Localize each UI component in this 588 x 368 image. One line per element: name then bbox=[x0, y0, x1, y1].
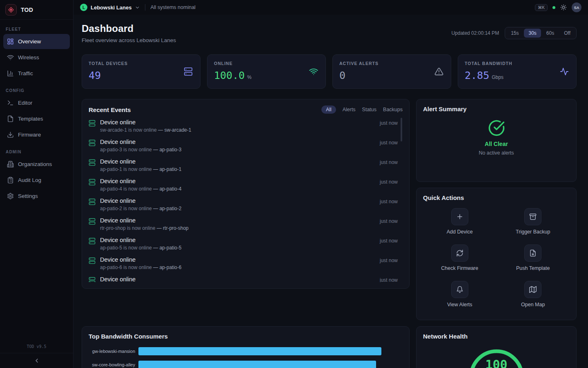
sidebar-nav: FLEET Overview Wireless Traffic CONFIG E… bbox=[0, 20, 73, 204]
quick-action-open-map[interactable]: Open Map bbox=[497, 281, 570, 317]
event-device: — ap-patio-3 bbox=[152, 147, 182, 153]
event-device: — ap-patio-2 bbox=[152, 206, 182, 211]
wifi-icon bbox=[7, 54, 14, 61]
refresh-option-60s[interactable]: 60s bbox=[542, 29, 559, 38]
bandwidth-label: sw-core-bowling-alley bbox=[89, 362, 135, 367]
event-list-item: Device online just now bbox=[89, 273, 403, 282]
refresh-interval-control: 15s 30s 60s Off bbox=[505, 27, 577, 39]
stat-card-total-devices: TOTAL DEVICES 49 bbox=[82, 54, 200, 89]
quick-action-label: Add Device bbox=[447, 229, 473, 235]
app-version: TOD v9.5 bbox=[0, 344, 73, 349]
quick-action-label: Check Firmware bbox=[441, 265, 478, 271]
stat-value: 100.0 bbox=[214, 70, 245, 81]
network-health-card: Network Health 100 bbox=[416, 326, 577, 368]
network-health-title: Network Health bbox=[423, 333, 468, 340]
nav-section-fleet: FLEET bbox=[6, 27, 67, 31]
wifi-icon bbox=[309, 67, 318, 76]
sidebar-item-editor[interactable]: Editor bbox=[3, 95, 70, 110]
topbar: L Lebowski Lanes All systems nominal ⌘K … bbox=[74, 0, 588, 15]
stat-label: ONLINE bbox=[214, 61, 319, 66]
server-icon bbox=[89, 179, 96, 186]
quick-action-label: Push Template bbox=[516, 265, 550, 271]
top-bandwidth-title: Top Bandwidth Consumers bbox=[89, 333, 168, 340]
server-icon bbox=[184, 67, 193, 76]
event-desc: ap-patio-3 is now online bbox=[100, 147, 152, 153]
server-icon bbox=[89, 120, 96, 127]
event-list-item: Device online ap-patio-6 is now online —… bbox=[89, 254, 403, 273]
filter-alerts[interactable]: Alerts bbox=[343, 107, 356, 112]
sidebar-item-organizations[interactable]: Organizations bbox=[3, 157, 70, 172]
dashboard-grid-icon bbox=[7, 38, 14, 45]
sidebar-item-firmware[interactable]: Firmware bbox=[3, 127, 70, 142]
event-list-item: Device online ap-patio-3 is now online —… bbox=[89, 136, 403, 155]
filter-backups[interactable]: Backups bbox=[383, 107, 403, 112]
plus-icon bbox=[451, 208, 468, 225]
alert-summary-card: Alert Summary All Clear No active alerts bbox=[416, 99, 577, 182]
event-title: Device online bbox=[100, 139, 376, 145]
bandwidth-track bbox=[138, 361, 403, 368]
event-title: Device online bbox=[100, 158, 376, 165]
network-health-gauge: 100 bbox=[466, 346, 527, 368]
quick-actions-card: Quick Actions Add Device Trigger Backup bbox=[416, 188, 577, 320]
app-name: TOD bbox=[21, 7, 33, 13]
dashboard-content: Dashboard Fleet overview across Lebowski… bbox=[74, 15, 588, 368]
chevron-down-icon bbox=[135, 5, 140, 10]
event-desc: ap-patio-4 is now online bbox=[100, 186, 152, 192]
chevron-left-icon bbox=[33, 357, 40, 364]
bandwidth-bar bbox=[138, 347, 381, 355]
user-avatar[interactable]: SA bbox=[572, 2, 581, 12]
filter-status[interactable]: Status bbox=[362, 107, 376, 112]
event-time: just now bbox=[376, 197, 403, 204]
stat-label: TOTAL DEVICES bbox=[89, 61, 194, 66]
quick-action-label: Open Map bbox=[521, 302, 545, 307]
page-subtitle: Fleet overview across Lebowski Lanes bbox=[82, 37, 176, 43]
event-description: ap-patio-3 is now online — ap-patio-3 bbox=[100, 147, 376, 153]
refresh-option-15s[interactable]: 15s bbox=[506, 29, 523, 38]
event-device: — sw-arcade-1 bbox=[157, 127, 192, 133]
sidebar-item-traffic[interactable]: Traffic bbox=[3, 66, 70, 81]
event-desc: rtr-pro-shop is now online bbox=[100, 225, 155, 231]
event-description: rtr-pro-shop is now online — rtr-pro-sho… bbox=[100, 225, 376, 231]
sidebar-collapse-button[interactable] bbox=[0, 353, 73, 368]
download-icon bbox=[7, 131, 14, 138]
recent-events-card: Recent Events All Alerts Status Backups … bbox=[82, 99, 410, 289]
event-title: Device online bbox=[100, 119, 376, 126]
quick-action-push-template[interactable]: Push Template bbox=[497, 245, 570, 281]
stat-card-active-alerts: ACTIVE ALERTS 0 bbox=[332, 54, 451, 89]
event-time: just now bbox=[376, 256, 403, 263]
quick-action-view-alerts[interactable]: View Alerts bbox=[423, 281, 497, 317]
stat-value: 49 bbox=[89, 70, 101, 81]
quick-action-check-firmware[interactable]: Check Firmware bbox=[423, 245, 497, 281]
event-title: Device online bbox=[100, 197, 376, 204]
file-icon bbox=[7, 115, 14, 122]
sidebar-item-overview[interactable]: Overview bbox=[3, 34, 70, 49]
sidebar-item-settings[interactable]: Settings bbox=[3, 188, 70, 204]
sidebar-item-wireless[interactable]: Wireless bbox=[3, 50, 70, 65]
events-scrollbar-thumb[interactable] bbox=[401, 118, 402, 141]
recent-events-title: Recent Events bbox=[89, 106, 131, 113]
quick-action-add-device[interactable]: Add Device bbox=[423, 208, 497, 245]
sidebar-item-templates[interactable]: Templates bbox=[3, 111, 70, 126]
map-icon bbox=[524, 281, 541, 298]
event-filters: All Alerts Status Backups bbox=[321, 105, 403, 114]
event-time: just now bbox=[376, 158, 403, 165]
refresh-option-30s[interactable]: 30s bbox=[524, 29, 541, 38]
stat-unit: % bbox=[247, 74, 252, 80]
event-desc: ap-patio-2 is now online bbox=[100, 206, 152, 211]
refresh-option-off[interactable]: Off bbox=[559, 29, 575, 38]
command-palette-shortcut[interactable]: ⌘K bbox=[535, 4, 548, 11]
sidebar-item-audit-log[interactable]: Audit Log bbox=[3, 173, 70, 188]
app-logo-icon bbox=[5, 4, 17, 16]
sun-icon[interactable] bbox=[560, 4, 567, 11]
alert-triangle-icon bbox=[434, 67, 443, 76]
quick-action-label: View Alerts bbox=[447, 302, 472, 307]
event-desc: ap-patio-1 is now online bbox=[100, 166, 152, 172]
org-avatar: L bbox=[80, 4, 87, 11]
filter-all[interactable]: All bbox=[321, 105, 336, 114]
alert-summary-title: Alert Summary bbox=[423, 105, 467, 112]
server-icon bbox=[89, 257, 96, 264]
org-switcher[interactable]: L Lebowski Lanes bbox=[80, 4, 140, 11]
event-description: ap-patio-1 is now online — ap-patio-1 bbox=[100, 166, 376, 172]
file-arrow-icon bbox=[524, 245, 541, 262]
quick-action-trigger-backup[interactable]: Trigger Backup bbox=[497, 208, 570, 245]
